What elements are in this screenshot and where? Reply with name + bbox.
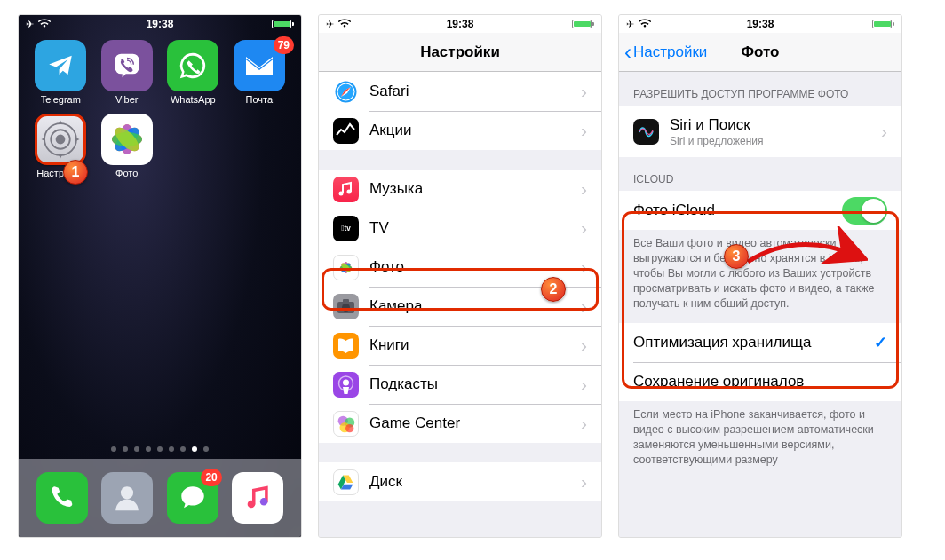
row-drive[interactable]: Диск› <box>319 462 601 501</box>
tv-icon: tv <box>333 216 359 241</box>
music-icon <box>232 472 283 524</box>
chevron-right-icon: › <box>581 335 587 356</box>
app-photos[interactable]: Фото <box>96 114 159 178</box>
dock-music[interactable] <box>232 472 283 524</box>
photos-row-icon <box>333 255 359 280</box>
step-2-badge: 2 <box>541 277 566 302</box>
status-time: 19:38 <box>447 18 474 30</box>
navbar: Настройки <box>319 33 601 72</box>
svg-point-13 <box>260 498 268 506</box>
row-books[interactable]: Книги› <box>319 326 601 365</box>
settings-icon <box>35 114 86 165</box>
app-whatsapp[interactable]: WhatsApp <box>162 40 225 105</box>
row-icloud-photos[interactable]: Фото iCloud <box>619 191 901 230</box>
navbar: ‹Настройки Фото <box>619 33 901 72</box>
chevron-right-icon: › <box>581 413 587 434</box>
phone-photos-settings: 19:38 ‹Настройки Фото РАЗРЕШИТЬ ДОСТУП П… <box>618 14 902 538</box>
back-button[interactable]: ‹Настройки <box>624 42 707 63</box>
app-settings[interactable]: Настройки 1 <box>29 114 92 178</box>
app-telegram[interactable]: Telegram <box>29 40 92 105</box>
messages-badge: 20 <box>201 469 221 486</box>
svg-rect-29 <box>343 299 349 303</box>
svg-point-30 <box>343 379 349 385</box>
icloud-description: Все Ваши фото и видео автоматически выгр… <box>619 230 901 323</box>
chevron-right-icon: › <box>581 120 587 141</box>
battery-icon <box>872 20 894 28</box>
airplane-mode-icon <box>326 18 334 30</box>
step-1-badge: 1 <box>63 160 88 185</box>
icloud-header: ICLOUD <box>619 157 901 191</box>
camera-icon <box>333 294 359 319</box>
airplane-mode-icon <box>26 18 34 30</box>
allow-access-header: РАЗРЕШИТЬ ДОСТУП ПРОГРАММЕ ФОТО <box>619 72 901 106</box>
chevron-right-icon: › <box>581 374 587 395</box>
battery-icon <box>272 20 294 28</box>
viber-icon <box>101 40 153 91</box>
stocks-icon <box>333 118 359 144</box>
status-time: 19:38 <box>747 18 774 30</box>
phone-icon <box>36 472 88 524</box>
mail-badge: 79 <box>274 36 294 54</box>
app-mail[interactable]: 79 Почта <box>228 40 291 105</box>
app-viber[interactable]: Viber <box>96 40 159 105</box>
svg-point-35 <box>345 423 353 431</box>
icloud-photos-toggle[interactable] <box>842 197 887 225</box>
whatsapp-icon <box>167 40 218 91</box>
dock-phone[interactable] <box>36 472 88 524</box>
dock-messages[interactable]: 20 <box>167 472 218 524</box>
page-title: Фото <box>742 43 780 61</box>
telegram-icon <box>35 40 86 91</box>
contacts-icon <box>101 472 153 524</box>
gamecenter-icon <box>333 411 359 437</box>
svg-point-12 <box>248 501 256 509</box>
row-originals[interactable]: Сохранение оригиналов <box>619 362 901 401</box>
chevron-right-icon: › <box>581 471 587 493</box>
status-bar: 19:38 <box>19 15 301 33</box>
step-3-badge: 3 <box>724 244 749 269</box>
page-indicator[interactable] <box>19 446 301 452</box>
phone-settings: 19:38 Настройки Safari› Акции› Музыка› … <box>318 14 602 538</box>
status-time: 19:38 <box>147 18 174 30</box>
row-podcasts[interactable]: Подкасты› <box>319 365 601 404</box>
row-siri[interactable]: Siri и Поиск Siri и предложения › <box>619 106 901 157</box>
battery-icon <box>572 20 594 28</box>
wifi-icon <box>38 18 51 30</box>
chevron-right-icon: › <box>581 256 587 278</box>
row-gamecenter[interactable]: Game Center› <box>319 404 601 443</box>
drive-icon <box>333 469 359 495</box>
row-music[interactable]: Музыка› <box>319 170 601 209</box>
wifi-icon <box>338 18 351 30</box>
chevron-right-icon: › <box>581 178 587 200</box>
svg-point-2 <box>57 136 65 144</box>
podcasts-icon <box>333 372 359 398</box>
status-bar: 19:38 <box>619 15 901 33</box>
row-safari[interactable]: Safari› <box>319 72 601 111</box>
books-icon <box>333 333 359 359</box>
row-stocks[interactable]: Акции› <box>319 111 601 150</box>
row-tv[interactable]: tv TV› <box>319 209 601 248</box>
wifi-icon <box>639 18 651 30</box>
chevron-right-icon: › <box>881 121 887 142</box>
chevron-right-icon: › <box>581 217 587 239</box>
siri-icon <box>633 119 659 145</box>
svg-point-18 <box>347 189 352 193</box>
svg-point-11 <box>121 486 133 499</box>
music-row-icon <box>333 177 359 202</box>
dock-contacts[interactable] <box>101 472 153 524</box>
safari-icon <box>333 79 359 105</box>
page-title: Настройки <box>420 43 500 61</box>
chevron-left-icon: ‹ <box>624 42 631 63</box>
storage-description: Если место на iPhone заканчивается, фото… <box>619 401 901 480</box>
checkmark-icon: ✓ <box>874 333 887 352</box>
svg-point-28 <box>342 304 350 312</box>
airplane-mode-icon <box>626 18 634 30</box>
svg-point-17 <box>339 191 344 195</box>
chevron-right-icon: › <box>581 296 587 317</box>
dock: 20 <box>19 459 301 537</box>
photos-icon <box>101 114 153 165</box>
chevron-right-icon: › <box>581 81 587 102</box>
row-optimize[interactable]: Оптимизация хранилища ✓ <box>619 323 901 362</box>
status-bar: 19:38 <box>319 15 601 33</box>
phone-homescreen: 19:38 Telegram <box>18 14 302 538</box>
